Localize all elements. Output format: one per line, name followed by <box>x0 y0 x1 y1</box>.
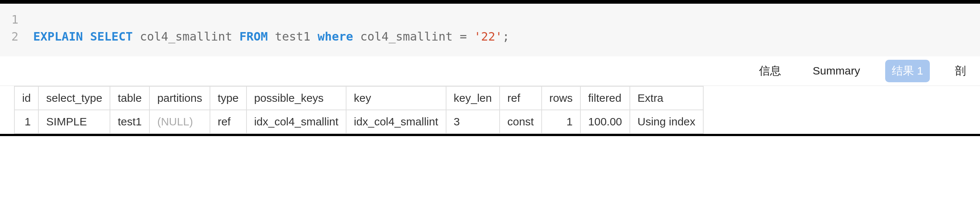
code-line[interactable]: EXPLAIN SELECT col4_smallint FROM test1 … <box>33 28 509 45</box>
cell-Extra: Using index <box>630 110 703 133</box>
results-panel: idselect_typetablepartitionstypepossible… <box>0 86 980 134</box>
column-header-rows[interactable]: rows <box>542 86 581 110</box>
cell-select_type: SIMPLE <box>38 110 110 133</box>
cell-partitions: (NULL) <box>150 110 210 133</box>
column-header-table[interactable]: table <box>110 86 150 110</box>
column-header-id[interactable]: id <box>14 86 38 110</box>
column-header-ref[interactable]: ref <box>500 86 542 110</box>
explain-result-table: idselect_typetablepartitionstypepossible… <box>14 86 704 134</box>
tab-info[interactable]: 信息 <box>752 60 788 82</box>
column-header-possible_keys[interactable]: possible_keys <box>247 86 346 110</box>
table-row[interactable]: 1SIMPLEtest1(NULL)refidx_col4_smallintid… <box>14 110 703 133</box>
cell-possible_keys: idx_col4_smallint <box>247 110 346 133</box>
cell-key_len: 3 <box>446 110 500 133</box>
column-header-partitions[interactable]: partitions <box>150 86 210 110</box>
column-header-type[interactable]: type <box>210 86 247 110</box>
column-header-filtered[interactable]: filtered <box>581 86 630 110</box>
column-header-key_len[interactable]: key_len <box>446 86 500 110</box>
results-tabs-bar: 信息 Summary 结果 1 剖 <box>0 56 980 86</box>
cell-rows: 1 <box>542 110 581 133</box>
column-header-key[interactable]: key <box>346 86 446 110</box>
tab-result-1[interactable]: 结果 1 <box>885 60 930 82</box>
cell-ref: const <box>500 110 542 133</box>
line-number: 1 <box>0 11 33 28</box>
tab-summary[interactable]: Summary <box>806 61 867 81</box>
cell-table: test1 <box>110 110 150 133</box>
table-header-row: idselect_typetablepartitionstypepossible… <box>14 86 703 110</box>
tab-cutoff[interactable]: 剖 <box>948 60 973 82</box>
cell-filtered: 100.00 <box>581 110 630 133</box>
cell-id: 1 <box>14 110 38 133</box>
sql-editor[interactable]: 12EXPLAIN SELECT col4_smallint FROM test… <box>0 4 980 56</box>
cell-key: idx_col4_smallint <box>346 110 446 133</box>
column-header-select_type[interactable]: select_type <box>38 86 110 110</box>
table-body: 1SIMPLEtest1(NULL)refidx_col4_smallintid… <box>14 110 703 133</box>
column-header-Extra[interactable]: Extra <box>630 86 703 110</box>
cell-type: ref <box>210 110 247 133</box>
line-number: 2 <box>0 28 33 45</box>
